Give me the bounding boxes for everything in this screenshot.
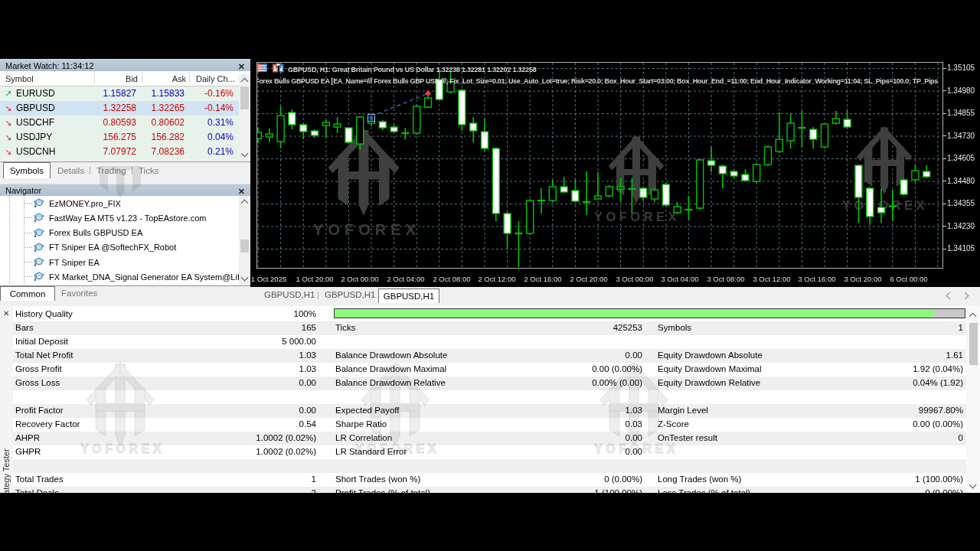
svg-text:YOFOREX: YOFOREX [594,210,680,223]
svg-text:YOFOREX: YOFOREX [313,221,420,238]
